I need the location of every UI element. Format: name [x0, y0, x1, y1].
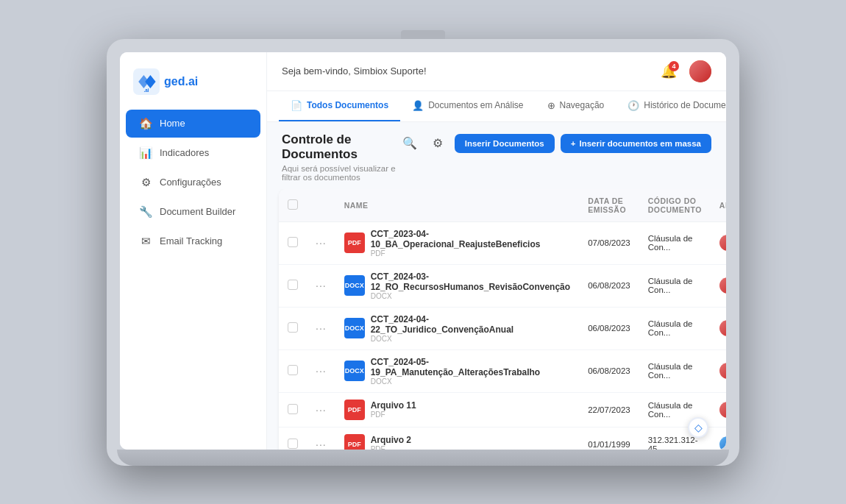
- table-row[interactable]: ··· PDF CCT_2023-04-10_BA_Operacional_Re…: [279, 221, 726, 264]
- builder-icon: 🔧: [139, 205, 152, 219]
- row-menu-cell: ···: [307, 349, 335, 392]
- select-all-checkbox[interactable]: [288, 199, 298, 210]
- col-date-header: DATA DE EMISSÃO: [579, 189, 639, 222]
- doc-filename: Arquivo 2: [371, 435, 411, 445]
- page-subtitle: Aqui será possível visualizar e filtrar …: [282, 164, 399, 182]
- tab-historico-icon: 🕐: [628, 100, 639, 111]
- tabs-bar: 📄 Todos Documentos 👤 Documentos em Análi…: [267, 91, 726, 122]
- sidebar-item-email-tracking[interactable]: ✉ Email Tracking: [126, 227, 260, 255]
- doc-type-icon: PDF: [344, 400, 365, 420]
- row-menu-button[interactable]: ···: [316, 404, 327, 416]
- page-title-section: Controle de Documentos Aqui será possíve…: [282, 132, 399, 182]
- approver-avatar: [719, 363, 726, 379]
- insert-documents-button[interactable]: Inserir Documentos: [455, 134, 555, 153]
- sidebar-item-configuracoes-label: Configurações: [160, 177, 221, 188]
- row-approver-cell: Simbiox Suporte: [711, 392, 726, 427]
- tab-historico[interactable]: 🕐 Histórico de Documentos: [616, 91, 726, 121]
- laptop-frame: .ai ged.ai 🏠 Home 📊 Indicadores ⚙ Config…: [107, 39, 739, 466]
- table-row[interactable]: ··· PDF Arquivo 2 PDF 01/01/1999 312.321…: [279, 427, 726, 450]
- sidebar-item-email-tracking-label: Email Tracking: [160, 235, 222, 246]
- row-name-cell: PDF Arquivo 11 PDF: [335, 392, 579, 427]
- notification-button[interactable]: 🔔 4: [657, 60, 680, 83]
- row-name-cell: DOCX CCT_2024-03-12_RO_RecursosHumanos_R…: [335, 264, 579, 307]
- sidebar-item-document-builder-label: Document Builder: [160, 206, 235, 217]
- table-body: ··· PDF CCT_2023-04-10_BA_Operacional_Re…: [279, 221, 726, 450]
- header-buttons: 🔍 ⚙ Inserir Documentos + Inserir documen…: [399, 132, 711, 155]
- tab-todos-label: Todos Documentos: [307, 100, 388, 110]
- sidebar-item-indicadores[interactable]: 📊 Indicadores: [126, 139, 260, 167]
- welcome-text: Seja bem-vindo, Simbiox Suporte!: [282, 65, 427, 77]
- row-approver-cell: Simbiox Suporte: [711, 221, 726, 264]
- col-code-header: CÓDIGO DO DOCUMENTO: [639, 189, 711, 222]
- page-header: Controle de Documentos Aqui será possíve…: [267, 122, 726, 189]
- doc-name-text: CCT_2024-04-22_TO_Juridico_ConvençãoAnua…: [371, 314, 570, 343]
- logo-icon: .ai: [133, 68, 160, 95]
- logo: .ai ged.ai: [120, 61, 266, 110]
- row-checkbox[interactable]: [288, 237, 298, 247]
- tab-analise-label: Documentos em Análise: [428, 100, 523, 110]
- row-menu-button[interactable]: ···: [316, 280, 327, 291]
- row-menu-button[interactable]: ···: [316, 439, 327, 450]
- insert-mass-button[interactable]: + Inserir documentos em massa: [561, 134, 711, 153]
- row-checkbox-cell: [279, 221, 307, 264]
- row-menu-button[interactable]: ···: [316, 365, 327, 377]
- row-approver-cell: Simbiox Suporte: [711, 349, 726, 392]
- row-checkbox-cell: [279, 427, 307, 450]
- doc-filetype: DOCX: [371, 292, 570, 300]
- doc-type-icon: DOCX: [344, 275, 365, 296]
- tab-todos-documentos[interactable]: 📄 Todos Documentos: [279, 91, 400, 121]
- table-row[interactable]: ··· DOCX CCT_2024-03-12_RO_RecursosHuman…: [279, 264, 726, 307]
- row-menu-cell: ···: [307, 307, 335, 349]
- row-checkbox[interactable]: [288, 404, 298, 414]
- main-content: Seja bem-vindo, Simbiox Suporte! 🔔 4 📄 T…: [267, 52, 726, 450]
- search-button[interactable]: 🔍: [399, 132, 421, 155]
- table-row[interactable]: ··· DOCX CCT_2024-05-19_PA_Manutenção_Al…: [279, 349, 726, 392]
- row-name-cell: PDF CCT_2023-04-10_BA_Operacional_Reajus…: [335, 221, 579, 264]
- row-checkbox[interactable]: [288, 439, 298, 449]
- row-menu-button[interactable]: ···: [316, 237, 327, 249]
- table-container[interactable]: NAME DATA DE EMISSÃO CÓDIGO DO DOCUMENTO…: [267, 189, 726, 450]
- row-code-cell: Cláusula de Con...: [639, 264, 711, 307]
- row-menu-button[interactable]: ···: [316, 322, 327, 334]
- col-menu-header: [307, 189, 335, 222]
- table-row[interactable]: ··· DOCX CCT_2024-04-22_TO_Juridico_Conv…: [279, 307, 726, 349]
- user-avatar[interactable]: [689, 60, 711, 82]
- row-date-cell: 06/08/2023: [579, 264, 639, 307]
- approver-avatar: [719, 235, 726, 251]
- sidebar-item-home-label: Home: [160, 118, 185, 129]
- row-checkbox-cell: [279, 349, 307, 392]
- tab-navegacao-icon: ⊕: [547, 100, 555, 111]
- row-date-cell: 06/08/2023: [579, 307, 639, 349]
- approver-avatar: [719, 277, 726, 294]
- filter-button[interactable]: ⚙: [427, 132, 449, 155]
- sidebar-item-configuracoes[interactable]: ⚙ Configurações: [126, 168, 260, 196]
- doc-type-icon: PDF: [344, 434, 365, 450]
- row-date-cell: 22/07/2023: [579, 392, 639, 427]
- doc-filename: CCT_2023-04-10_BA_Operacional_ReajusteBe…: [371, 229, 570, 249]
- tab-historico-label: Histórico de Documentos: [644, 100, 726, 110]
- row-checkbox[interactable]: [288, 365, 298, 375]
- doc-filetype: DOCX: [371, 377, 570, 386]
- row-checkbox[interactable]: [288, 322, 298, 333]
- sidebar-item-document-builder[interactable]: 🔧 Document Builder: [126, 198, 260, 226]
- avatar-image: [689, 60, 711, 82]
- table-row[interactable]: ··· PDF Arquivo 11 PDF 22/07/2023 Cláusu…: [279, 392, 726, 427]
- doc-filetype: DOCX: [371, 335, 570, 343]
- row-approver-cell: Simbiox Suporte: [711, 307, 726, 349]
- tab-navegacao[interactable]: ⊕ Navegação: [536, 91, 616, 121]
- sidebar-item-home[interactable]: 🏠 Home: [126, 110, 260, 138]
- scroll-indicator[interactable]: ◇: [688, 417, 708, 438]
- doc-filename: Arquivo 11: [371, 400, 416, 411]
- row-code-cell: Cláusula de Con...: [639, 307, 711, 349]
- sidebar: .ai ged.ai 🏠 Home 📊 Indicadores ⚙ Config…: [120, 52, 267, 450]
- topbar-actions: 🔔 4: [657, 60, 711, 83]
- doc-type-icon: PDF: [344, 233, 365, 253]
- topbar: Seja bem-vindo, Simbiox Suporte! 🔔 4: [267, 52, 726, 91]
- row-name-cell: DOCX CCT_2024-05-19_PA_Manutenção_Altera…: [335, 349, 579, 392]
- tab-documentos-analise[interactable]: 👤 Documentos em Análise: [400, 91, 535, 121]
- row-checkbox[interactable]: [288, 280, 298, 290]
- laptop-screen: .ai ged.ai 🏠 Home 📊 Indicadores ⚙ Config…: [120, 52, 726, 450]
- doc-type-icon: DOCX: [344, 318, 365, 338]
- row-code-cell: Cláusula de Con...: [639, 221, 711, 264]
- laptop-base: [117, 450, 729, 466]
